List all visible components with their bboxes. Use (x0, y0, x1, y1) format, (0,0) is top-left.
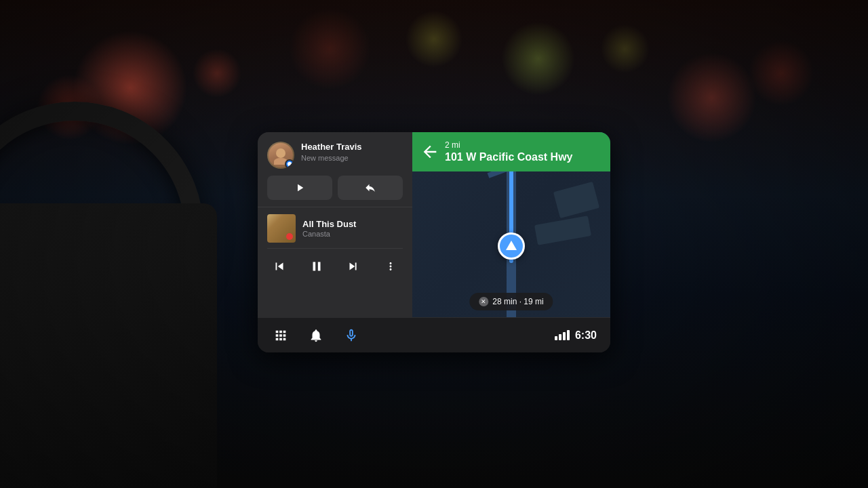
apps-button[interactable] (271, 326, 290, 345)
skip-back-icon (272, 259, 287, 274)
main-content: Heather Travis New message (258, 132, 610, 317)
clock-display: 6:30 (575, 329, 597, 342)
eta-pill: ✕ 28 min · 19 mi (469, 293, 553, 310)
android-auto-screen: Heather Travis New message (258, 132, 610, 352)
play-button[interactable] (267, 176, 332, 200)
more-button[interactable] (378, 254, 403, 279)
reply-icon (364, 182, 376, 194)
reply-button[interactable] (338, 176, 403, 200)
microphone-button[interactable] (342, 326, 361, 345)
signal-bar-1 (555, 336, 557, 340)
bottom-bar: 6:30 (258, 317, 610, 352)
contact-name: Heather Travis (301, 142, 403, 153)
music-controls (267, 254, 403, 285)
car-location-marker (498, 232, 525, 260)
skip-back-button[interactable] (267, 254, 292, 279)
messenger-icon (285, 159, 294, 169)
artist-name: Canasta (302, 230, 403, 238)
dashboard-left (0, 203, 217, 488)
music-card: All This Dust Canasta (258, 207, 412, 317)
nav-street: 101 W Pacific Coast Hwy (445, 150, 573, 163)
skip-forward-icon (346, 259, 361, 274)
notifications-button[interactable] (307, 326, 326, 345)
status-area: 6:30 (555, 329, 597, 342)
turn-arrow-icon (420, 142, 439, 161)
music-titles: All This Dust Canasta (302, 219, 403, 239)
avatar (267, 142, 294, 169)
notification-card: Heather Travis New message (258, 132, 412, 207)
signal-bar-3 (563, 332, 566, 340)
notification-header: Heather Travis New message (267, 142, 403, 169)
music-info: All This Dust Canasta (267, 214, 403, 243)
pause-icon (309, 259, 324, 274)
eta-info: 28 min · 19 mi (492, 297, 543, 306)
nav-distance: 2 mi (445, 140, 573, 150)
eta-close-button[interactable]: ✕ (479, 297, 488, 306)
notification-subtitle: New message (301, 154, 403, 162)
pause-button[interactable] (304, 254, 329, 279)
apps-icon (273, 328, 288, 343)
notification-actions (267, 176, 403, 200)
signal-bar-4 (567, 330, 570, 340)
navigation-header: 2 mi 101 W Pacific Coast Hwy (412, 132, 610, 171)
eta-distance: 19 mi (524, 297, 543, 306)
bottom-nav-icons (271, 326, 361, 345)
microphone-icon (344, 328, 359, 343)
album-art (267, 214, 296, 243)
left-panel: Heather Travis New message (258, 132, 412, 317)
eta-time: 28 min (492, 297, 517, 306)
music-divider (267, 248, 403, 249)
notification-text: Heather Travis New message (301, 142, 403, 162)
song-title: All This Dust (302, 219, 403, 230)
notifications-icon (309, 328, 323, 343)
signal-bar-2 (559, 334, 561, 340)
nav-info: 2 mi 101 W Pacific Coast Hwy (445, 140, 573, 163)
left-turn-icon (420, 142, 439, 161)
map-panel[interactable]: 2 mi 101 W Pacific Coast Hwy ✕ 28 min · … (412, 132, 610, 317)
signal-strength (555, 330, 570, 340)
play-icon (294, 182, 306, 194)
skip-forward-button[interactable] (341, 254, 366, 279)
more-icon (384, 260, 397, 272)
